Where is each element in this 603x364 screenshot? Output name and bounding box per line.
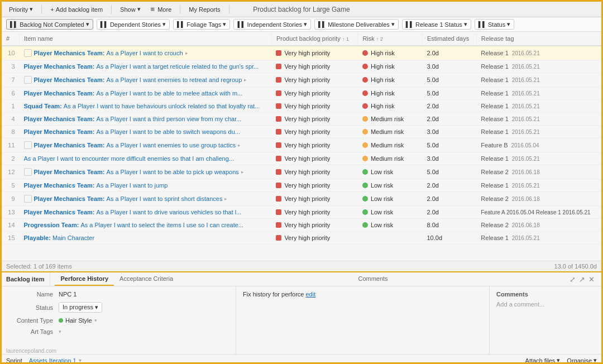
- table-row[interactable]: 6Player Mechanics Team: As a Player I wa…: [2, 87, 601, 100]
- release-date: 2016.05.04: [510, 142, 539, 149]
- release-date: 2016.05.21: [510, 90, 540, 97]
- filter-milestone[interactable]: ▌▌ Milestone Deliverables ▾: [314, 19, 399, 30]
- col-priority[interactable]: Product backlog priority ↑ 1: [271, 32, 357, 46]
- risk-text: High risk: [371, 76, 395, 83]
- status-label: Status: [8, 304, 59, 311]
- cell-risk: [358, 232, 423, 245]
- page-title: Product backlog for Large Game: [253, 6, 350, 13]
- release-date: 2016.05.21: [510, 235, 540, 241]
- table-row[interactable]: 10Player Mechanics Team: As a Player I w…: [2, 46, 601, 60]
- bottom-tabs: Backlog item Perforce History Acceptance…: [2, 272, 601, 286]
- dropdown-icon-fol: ▾: [223, 21, 226, 28]
- row-checkbox[interactable]: [24, 141, 32, 149]
- cell-days: 10.0d: [422, 232, 476, 245]
- table-row[interactable]: 5Player Mechanics Team: As a Player I wa…: [2, 179, 601, 192]
- sort-arrow-risk: ↑ 2: [376, 36, 383, 42]
- priority-button[interactable]: Priority ▾: [6, 4, 36, 14]
- filter-independent[interactable]: ▌▌ Independent Stories ▾: [233, 19, 311, 30]
- col-num[interactable]: #: [2, 32, 20, 46]
- tab-comments[interactable]: Comments: [352, 272, 393, 286]
- col-days[interactable]: Estimated days: [422, 32, 476, 46]
- priority-text: Very high priority: [284, 195, 330, 202]
- table-row[interactable]: 13Player Mechanics Team: As a Player I w…: [2, 206, 601, 219]
- col-risk[interactable]: Risk ↑ 2: [358, 32, 423, 46]
- cell-risk: Low risk: [358, 179, 423, 192]
- organise-button[interactable]: Organise ▾: [567, 357, 597, 364]
- risk-icon: [362, 77, 368, 83]
- status-value: In progress: [63, 304, 93, 310]
- risk-text: Medium risk: [371, 155, 404, 162]
- table-row[interactable]: 1Squad Team: As a Player I want to have …: [2, 100, 601, 113]
- more-button[interactable]: ≡ More: [148, 4, 175, 15]
- row-expand-arrow[interactable]: ▸: [224, 196, 227, 202]
- add-backlog-label: Add backlog item: [56, 6, 103, 13]
- cell-num: 13: [2, 206, 20, 219]
- art-tags-arrow[interactable]: ▾: [59, 329, 61, 334]
- row-checkbox[interactable]: [24, 49, 32, 57]
- bar-chart-icon-4: ▌▌: [237, 21, 245, 27]
- team-label: Player Mechanics Team:: [34, 50, 107, 56]
- filter-dependent[interactable]: ▌▌ Dependent Stories ▾: [97, 19, 170, 30]
- row-expand-arrow[interactable]: ▸: [185, 50, 188, 56]
- table-row[interactable]: 7Player Mechanics Team: As a Player I wa…: [2, 73, 601, 87]
- release-date: 2016.05.21: [510, 64, 540, 70]
- cell-num: 5: [2, 179, 20, 192]
- row-checkbox[interactable]: [24, 195, 32, 203]
- team-label: Player Mechanics Team:: [24, 182, 97, 189]
- cell-risk: Medium risk: [358, 138, 423, 152]
- separator: [111, 5, 112, 14]
- row-expand-arrow[interactable]: ▸: [241, 169, 244, 175]
- expand-icon[interactable]: ⤢: [570, 275, 576, 284]
- filter-release1[interactable]: ▌▌ Release 1 Status ▾: [402, 19, 471, 30]
- table-row[interactable]: 4Player Mechanics Team: As a Player I wa…: [2, 113, 601, 126]
- cell-num: 7: [2, 73, 20, 87]
- release-date: 2016.05.21: [510, 116, 540, 122]
- table-row[interactable]: 12Player Mechanics Team: As a Player I w…: [2, 165, 601, 179]
- release-name: Release 1: [481, 103, 509, 109]
- sprint-label: Sprint: [6, 357, 22, 364]
- item-name: Player Mechanics Team: As a Player I wan…: [24, 116, 242, 122]
- row-checkbox[interactable]: [24, 76, 32, 84]
- add-backlog-button[interactable]: + Add backlog item: [47, 5, 106, 14]
- cell-risk: Medium risk: [358, 126, 423, 138]
- col-name[interactable]: Item name: [20, 32, 272, 46]
- table-row[interactable]: 11Player Mechanics Team: As a Player I w…: [2, 138, 601, 152]
- show-button[interactable]: Show ▾: [117, 4, 143, 14]
- table-row[interactable]: 9Player Mechanics Team: As a Player I wa…: [2, 192, 601, 206]
- separator: [41, 5, 42, 14]
- filter-status[interactable]: ▌▌ Status ▾: [475, 19, 514, 30]
- close-icon[interactable]: ✕: [588, 275, 595, 284]
- table-row[interactable]: 2As a Player I want to encounter more di…: [2, 152, 601, 165]
- external-icon[interactable]: ↗: [579, 275, 585, 284]
- history-link[interactable]: edit: [305, 291, 315, 298]
- my-reports-button[interactable]: My Reports: [186, 5, 223, 14]
- row-checkbox[interactable]: [24, 168, 32, 176]
- table-row[interactable]: 14Progression Team: As a Player I want t…: [2, 219, 601, 232]
- table-row[interactable]: 3Player Mechanics Team: As a Player I wa…: [2, 60, 601, 73]
- filter-backlog[interactable]: ▌▌ Backlog Not Completed ▾: [6, 19, 93, 30]
- sprint-dropdown[interactable]: ▾: [79, 357, 82, 363]
- field-row-art-tags: Art Tags ▾: [8, 328, 229, 335]
- table-row[interactable]: 8Player Mechanics Team: As a Player I wa…: [2, 126, 601, 138]
- content-type-dot: [59, 318, 63, 323]
- team-label: Player Mechanics Team:: [34, 142, 107, 149]
- priority-icon: [276, 129, 281, 135]
- tab-acceptance[interactable]: Acceptance Criteria: [114, 272, 179, 286]
- table-header-row: # Item name Product backlog priority ↑ 1…: [2, 32, 601, 46]
- table-row[interactable]: 15Playable: Main CharacterVery high prio…: [2, 232, 601, 245]
- item-name: Squad Team: As a Player I want to have b…: [24, 103, 260, 109]
- cell-days: 2.0d: [422, 192, 476, 206]
- filter-foliage[interactable]: ▌▌ Foliage Tags ▾: [173, 19, 230, 30]
- tab-perforce[interactable]: Perforce History: [55, 272, 114, 286]
- status-dropdown[interactable]: In progress ▾: [59, 302, 102, 313]
- add-comment[interactable]: Add a comment...: [496, 301, 595, 308]
- cell-risk: Medium risk: [358, 113, 423, 126]
- content-type-arrow[interactable]: ▾: [94, 318, 97, 323]
- attach-files-button[interactable]: Attach files ▾: [525, 357, 561, 364]
- col-tag[interactable]: Release tag: [476, 32, 601, 46]
- row-expand-arrow[interactable]: ▸: [238, 142, 241, 148]
- risk-text: Low risk: [371, 182, 393, 189]
- cell-risk: Low risk: [358, 165, 423, 179]
- row-expand-arrow[interactable]: ▸: [244, 77, 247, 83]
- cell-priority: Very high priority: [271, 192, 357, 206]
